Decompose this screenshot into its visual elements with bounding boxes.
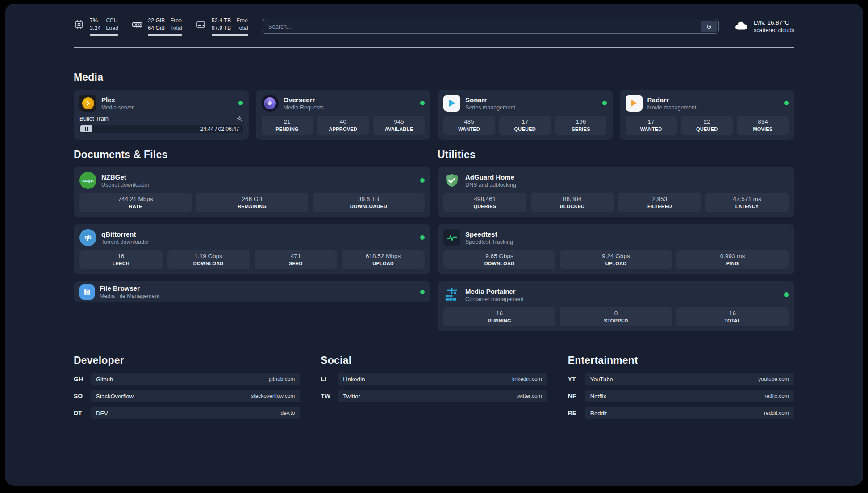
search-engine-button[interactable]: G — [701, 21, 717, 32]
stat-label: PENDING — [263, 126, 311, 133]
bookmark-link-twitter[interactable]: Twitter twitter.com — [338, 390, 547, 402]
bookmark-domain: dev.to — [281, 410, 295, 416]
stat-label: AVAILABLE — [375, 126, 423, 133]
weather-widget[interactable]: Lviv, 16.87°C scattered clouds — [732, 19, 794, 34]
stat-label: DOWNLOAD — [169, 260, 248, 267]
pause-icon[interactable] — [80, 125, 92, 132]
app-subtitle: Movie management — [647, 104, 697, 111]
portainer-card[interactable]: Media Portainer Container management 16 … — [438, 281, 794, 331]
bookmark-link-linkedin[interactable]: LinkedIn linkedin.com — [338, 373, 547, 385]
stat-value: 618.52 Mbps — [343, 252, 423, 260]
stat-label: STOPPED — [562, 318, 670, 324]
playback-time: 24:44 / 02:06:47 — [200, 126, 239, 132]
stat-value: 47.571 ms — [707, 195, 787, 203]
speedtest-card[interactable]: Speedtest Speedtest Tracking 9.65 Gbps D… — [438, 224, 794, 274]
search-input[interactable] — [262, 19, 719, 34]
weather-location: Lviv, 16.87°C — [754, 19, 794, 27]
stat-value: 0.993 ms — [678, 252, 787, 260]
bookmark-name: StackOverflow — [96, 393, 134, 400]
bookmark-link-reddit[interactable]: Reddit reddit.com — [585, 407, 794, 419]
bookmark-abbr: GH — [74, 376, 91, 383]
stat-tile: 9.24 Gbps UPLOAD — [560, 250, 672, 269]
cpu-label-top: CPU — [106, 17, 118, 25]
sonarr-card[interactable]: Sonarr Series management 485 WANTED 17 Q… — [438, 90, 613, 140]
plex-card[interactable]: Plex Media server Bullet Train — [74, 90, 249, 140]
cpu-widget: 7% 3.24 CPU Load — [74, 17, 118, 36]
stat-value: 21 — [263, 118, 311, 126]
stat-label: PING — [678, 260, 787, 267]
bookmark-link-stackoverflow[interactable]: StackOverflow stackoverflow.com — [91, 390, 300, 402]
app-subtitle: Media Requests — [284, 104, 324, 111]
bookmark-name: YouTube — [590, 376, 613, 383]
app-subtitle: Torrent downloader — [101, 238, 149, 246]
utilities-column: Utilities AdGuard Home — [438, 149, 794, 331]
bookmark-row: GH Github github.com — [74, 373, 300, 385]
playback-progress-bar[interactable]: 24:44 / 02:06:47 — [79, 125, 243, 133]
bookmark-link-youtube[interactable]: YouTube youtube.com — [585, 373, 794, 385]
overseerr-icon — [262, 95, 279, 112]
nzbget-icon: nzbget — [79, 172, 96, 189]
stat-value: 485 — [445, 118, 493, 126]
disk-usage-bar — [212, 34, 248, 36]
section-title-documents: Documents & Files — [74, 149, 430, 161]
stat-tile: 834 MOVIES — [737, 116, 789, 135]
now-playing-title: Bullet Train — [79, 115, 108, 122]
adguard-card[interactable]: AdGuard Home DNS and adblocking 498,461 … — [438, 167, 794, 217]
stat-tile: 485 WANTED — [443, 116, 495, 135]
stat-value: 0 — [562, 309, 670, 318]
top-bar: 7% 3.24 CPU Load — [74, 17, 794, 36]
app-name: Plex — [101, 96, 134, 104]
bookmark-domain: netflix.com — [764, 393, 789, 399]
app-subtitle: Series management — [465, 104, 515, 111]
status-dot — [238, 101, 243, 105]
stat-tile: 0 STOPPED — [560, 307, 672, 326]
stat-label: FILTERED — [620, 203, 700, 210]
bookmark-domain: reddit.com — [764, 410, 789, 416]
cpu-icon — [74, 19, 84, 30]
app-name: NZBGet — [101, 173, 150, 181]
status-dot — [784, 101, 789, 105]
stat-tile: 47.571 ms LATENCY — [705, 193, 789, 212]
stat-value: 834 — [739, 118, 787, 126]
media-section: Media Plex Media server Bullet Train — [74, 71, 794, 140]
app-name: Speedtest — [465, 230, 513, 238]
bookmark-name: Reddit — [590, 410, 607, 417]
radarr-card[interactable]: Radarr Movie management 17 WANTED 22 QUE… — [620, 90, 795, 140]
bookmark-link-github[interactable]: Github github.com — [91, 373, 300, 385]
section-title-media: Media — [74, 71, 794, 84]
middle-section: Documents & Files nzbget NZBGet Usenet d… — [74, 149, 794, 331]
bookmark-link-netflix[interactable]: Netflix netflix.com — [585, 390, 794, 402]
stat-value: 9.65 Gbps — [445, 252, 554, 260]
stat-label: DOWNLOAD — [445, 260, 554, 267]
stat-label: QUERIES — [445, 203, 525, 210]
stat-value: 22 — [683, 118, 731, 126]
bookmarks-social: Social LI LinkedIn linkedin.com TW Twitt… — [321, 355, 547, 407]
qbittorrent-icon: qb — [79, 229, 96, 246]
speedtest-icon — [443, 229, 460, 246]
stat-tile: 86,384 BLOCKED — [531, 193, 614, 212]
overseerr-card[interactable]: Overseerr Media Requests 21 PENDING 40 A… — [256, 90, 431, 140]
stat-tile: 618.52 Mbps UPLOAD — [342, 250, 425, 269]
stat-tile: 16 LEECH — [79, 250, 163, 269]
bookmarks-entertainment: Entertainment YT YouTube youtube.com NF … — [568, 355, 794, 424]
cloud-icon — [732, 20, 749, 33]
stat-tile: 744.21 Mbps RATE — [79, 193, 192, 212]
bookmark-link-dev[interactable]: DEV dev.to — [91, 407, 300, 419]
app-subtitle: Usenet downloader — [101, 181, 150, 188]
stat-tile: 266 GB REMAINING — [196, 193, 308, 212]
bookmark-domain: stackoverflow.com — [251, 393, 295, 399]
app-name: Overseerr — [284, 96, 324, 104]
gear-icon[interactable] — [236, 115, 243, 122]
stat-value: 9.24 Gbps — [562, 252, 670, 260]
ram-total-value: 64 GiB — [148, 25, 165, 32]
sonarr-icon — [443, 95, 460, 112]
filebrowser-card[interactable]: File Browser Media File Management — [74, 281, 430, 302]
bookmark-row: LI LinkedIn linkedin.com — [321, 373, 547, 385]
qbittorrent-card[interactable]: qb qBittorrent Torrent downloader 16 LEE… — [74, 224, 430, 274]
bookmark-abbr: DT — [74, 409, 91, 417]
stat-value: 40 — [319, 118, 367, 126]
stat-label: SEED — [256, 260, 336, 267]
documents-column: Documents & Files nzbget NZBGet Usenet d… — [74, 149, 430, 331]
bookmark-name: Github — [96, 376, 113, 383]
nzbget-card[interactable]: nzbget NZBGet Usenet downloader 744.21 M… — [74, 167, 430, 217]
